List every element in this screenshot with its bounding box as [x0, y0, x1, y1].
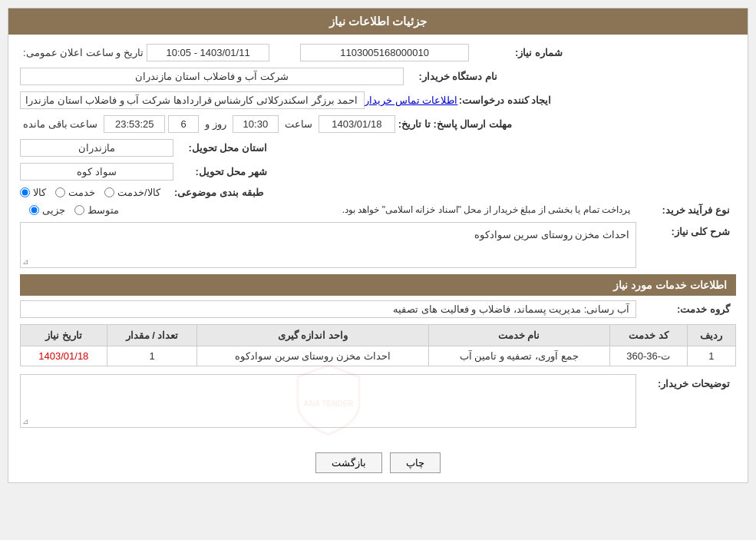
- category-khadamat[interactable]: خدمت: [55, 187, 95, 198]
- category-kala-label: کالا: [33, 187, 46, 198]
- svg-text:ANA TENDER: ANA TENDER: [303, 399, 354, 408]
- announcement-datetime-label: تاریخ و ساعت اعلان عمومی:: [20, 47, 147, 58]
- buyer-org-row: نام دستگاه خریدار: شرکت آب و فاضلاب استا…: [20, 68, 736, 85]
- category-label: طبقه بندی موضوعی:: [170, 187, 269, 198]
- description-wrapper: احداث مخزن روستای سرین سوادکوه ⊿: [20, 222, 636, 268]
- table-row: 1 ت-36-360 جمع آوری، تصفیه و تامین آب اح…: [21, 346, 736, 366]
- tender-number-value: 1103005168000010: [300, 44, 469, 61]
- category-khadamat-label: خدمت: [68, 187, 95, 198]
- category-khadamat-radio[interactable]: [55, 187, 65, 197]
- deadline-time: 10:30: [233, 115, 279, 133]
- tender-number-row: شماره نیاز: 1103005168000010 1403/01/11 …: [20, 44, 736, 61]
- back-button[interactable]: بازگشت: [315, 452, 382, 473]
- cell-service-name: جمع آوری، تصفیه و تامین آب: [428, 346, 609, 366]
- buyer-org-value: شرکت آب و فاضلاب استان مازندران: [20, 68, 404, 85]
- main-container: جزئیات اطلاعات نیاز شماره نیاز: 11030051…: [8, 8, 748, 483]
- page-wrapper: جزئیات اطلاعات نیاز شماره نیاز: 11030051…: [0, 0, 756, 540]
- buyer-notes-label: توضیحات خریدار:: [636, 374, 736, 389]
- buyer-org-label: نام دستگاه خریدار:: [404, 71, 503, 82]
- footer-buttons: چاپ بازگشت: [8, 443, 748, 482]
- city-row: شهر محل تحویل: سواد کوه: [20, 163, 736, 181]
- province-row: استان محل تحویل: مازندران: [20, 139, 736, 157]
- buyer-notes-section: توضیحات خریدار: ANA TENDER ⊿: [20, 374, 736, 428]
- category-kala-radio[interactable]: [20, 187, 30, 197]
- resize-handle[interactable]: ⊿: [22, 257, 28, 266]
- announcement-datetime-value: 1403/01/11 - 10:05: [147, 44, 269, 61]
- category-kala-khadamat-radio[interactable]: [104, 187, 114, 197]
- creator-link[interactable]: اطلاعات تماس خریدار: [365, 94, 457, 106]
- col-service-code: کد خدمت: [609, 325, 687, 346]
- purchase-type-label: نوع فرآیند خرید:: [636, 204, 736, 216]
- services-table: ردیف کد خدمت نام خدمت واحد اندازه گیری ت…: [20, 324, 736, 366]
- col-service-name: نام خدمت: [428, 325, 609, 346]
- tender-number-label: شماره نیاز:: [469, 47, 569, 58]
- deadline-label: مهلت ارسال پاسخ: تا تاریخ:: [398, 118, 518, 130]
- creator-row: ایجاد کننده درخواست: اطلاعات تماس خریدار…: [20, 91, 736, 109]
- description-section: شرح کلی نیاز: احداث مخزن روستای سرین سوا…: [20, 222, 736, 268]
- content-area: شماره نیاز: 1103005168000010 1403/01/11 …: [8, 35, 748, 443]
- buyer-notes-resize-handle[interactable]: ⊿: [22, 417, 28, 426]
- city-value: سواد کوه: [20, 163, 173, 181]
- category-row: طبقه بندی موضوعی: کالا/خدمت خدمت کالا: [20, 187, 736, 198]
- service-group-row: گروه خدمت: آب رسانی: مدیریت پسماند، فاضل…: [20, 300, 736, 318]
- city-label: شهر محل تحویل:: [173, 166, 273, 177]
- deadline-remaining: 23:53:25: [104, 115, 165, 133]
- deadline-remaining-label: ساعت باقی مانده: [20, 118, 101, 130]
- cell-date: 1403/01/18: [21, 346, 107, 366]
- category-kala[interactable]: کالا: [20, 187, 46, 198]
- purchase-type-row: نوع فرآیند خرید: پرداخت تمام یا بخشی از …: [20, 204, 736, 216]
- purchase-type-jozvi-radio[interactable]: [29, 205, 39, 215]
- creator-value: احمد برزگر اسکندرکلائی کارشناس قراردادها…: [20, 91, 365, 109]
- purchase-type-motavaset[interactable]: متوسط: [74, 204, 119, 216]
- deadline-time-label: ساعت: [282, 118, 315, 130]
- watermark: ANA TENDER: [290, 362, 367, 441]
- deadline-row: مهلت ارسال پاسخ: تا تاریخ: 1403/01/18 سا…: [20, 115, 736, 133]
- deadline-days-label: روز و: [202, 118, 229, 130]
- cell-service-code: ت-36-360: [609, 346, 687, 366]
- deadline-days: 6: [168, 115, 199, 133]
- services-section-title: اطلاعات خدمات مورد نیاز: [20, 274, 736, 296]
- cell-unit: احداث مخزن روستای سرین سوادکوه: [197, 346, 428, 366]
- purchase-type-desc: پرداخت تمام یا بخشی از مبلغ خریدار از مح…: [119, 204, 636, 215]
- buyer-notes-value: ANA TENDER ⊿: [20, 374, 636, 428]
- page-title: جزئیات اطلاعات نیاز: [8, 8, 748, 35]
- buyer-notes-wrapper: ANA TENDER ⊿: [20, 374, 636, 428]
- purchase-type-motavaset-label: متوسط: [87, 204, 119, 216]
- province-label: استان محل تحویل:: [173, 142, 273, 154]
- col-row-num: ردیف: [687, 325, 735, 346]
- purchase-type-jozvi-label: جزیی: [42, 204, 65, 216]
- category-kala-khadamat-label: کالا/خدمت: [117, 187, 160, 198]
- description-value: احداث مخزن روستای سرین سوادکوه ⊿: [20, 222, 636, 268]
- description-text: احداث مخزن روستای سرین سوادکوه: [474, 229, 629, 240]
- cell-quantity: 1: [107, 346, 197, 366]
- description-label: شرح کلی نیاز:: [636, 222, 736, 237]
- cell-row-num: 1: [687, 346, 735, 366]
- col-quantity: تعداد / مقدار: [107, 325, 197, 346]
- creator-label: ایجاد کننده درخواست:: [457, 94, 557, 106]
- col-unit: واحد اندازه گیری: [197, 325, 428, 346]
- province-value: مازندران: [20, 139, 173, 157]
- print-button[interactable]: چاپ: [390, 452, 441, 473]
- watermark-shield-icon: ANA TENDER: [290, 362, 367, 439]
- service-group-label: گروه خدمت:: [636, 303, 736, 315]
- category-kala-khadamat[interactable]: کالا/خدمت: [104, 187, 160, 198]
- col-date: تاریخ نیاز: [21, 325, 107, 346]
- purchase-type-motavaset-radio[interactable]: [74, 205, 84, 215]
- service-group-value: آب رسانی: مدیریت پسماند، فاضلاب و فعالیت…: [20, 300, 636, 318]
- deadline-date: 1403/01/18: [319, 115, 395, 133]
- purchase-type-jozvi[interactable]: جزیی: [29, 204, 65, 216]
